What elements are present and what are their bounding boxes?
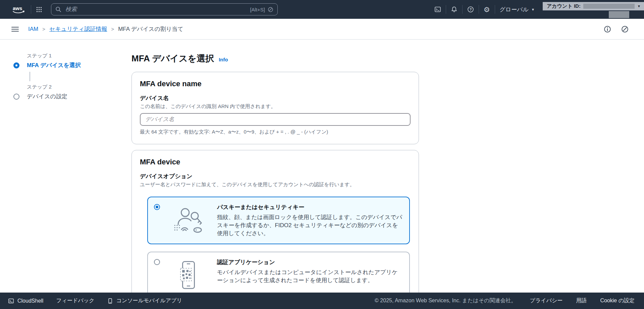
device-name-constraint-text: 最大 64 文字です。有効な文字: A〜Z、a〜z、0〜9、および + = , … — [140, 129, 411, 135]
device-type-card: MFA device デバイスオプション ユーザー名とパスワードに加えて、このデ… — [131, 150, 419, 293]
footer-privacy-label: プライバシー — [530, 297, 563, 304]
settings-button[interactable]: ⚙ — [479, 0, 495, 19]
console-footer: CloudShell フィードバック コンソールモバイルアプリ © 2025, … — [0, 293, 644, 309]
step-1-active-radio-icon — [13, 62, 19, 68]
apps-grid-icon — [36, 6, 42, 13]
chevron-down-icon: ▼ — [531, 8, 535, 11]
option-tile-passkey[interactable]: パスキーまたはセキュリティキー 指紋、顔、または画面ロックを使用して認証します。… — [147, 197, 410, 244]
search-input[interactable] — [65, 6, 247, 13]
side-navigation-toggle[interactable] — [11, 27, 19, 32]
main-content: ステップ 1 MFA デバイスを選択 ステップ 2 デバイスの設定 MFA デバ… — [0, 40, 644, 293]
breadcrumb-link-iam[interactable]: IAM — [28, 26, 38, 33]
nav-utilities: ? ⚙ グローバル ▼ — [430, 0, 539, 19]
page-title-row: MFA デバイスを選択 Info — [131, 53, 419, 64]
help-button[interactable]: ? — [463, 0, 479, 19]
info-panel-button[interactable] — [604, 25, 611, 33]
device-options-description: ユーザー名とパスワードに加えて、このデバイスを使用してアカウントへの認証を行いま… — [140, 182, 411, 188]
wizard-step-1[interactable]: ステップ 1 MFA デバイスを選択 — [13, 53, 131, 69]
breadcrumb-link-security-credentials[interactable]: セキュリティ認証情報 — [49, 25, 107, 33]
mobile-phone-icon — [107, 298, 113, 304]
breadcrumb-current: MFA デバイスの割り当て — [118, 25, 183, 33]
passkey-radio[interactable] — [154, 204, 160, 210]
breadcrumb-bar: IAM > セキュリティ認証情報 > MFA デバイスの割り当て — [0, 19, 644, 40]
footer-mobile-app-link[interactable]: コンソールモバイルアプリ — [107, 297, 182, 304]
passkey-tile-title: パスキーまたはセキュリティキー — [217, 203, 403, 211]
device-name-field-label: デバイス名 — [140, 94, 411, 102]
footer-feedback-label: フィードバック — [56, 297, 94, 304]
device-type-card-title: MFA device — [140, 158, 411, 166]
step-connector-line — [30, 72, 30, 81]
footer-feedback-link[interactable]: フィードバック — [56, 297, 94, 304]
cloudshell-button[interactable] — [430, 0, 446, 19]
aws-console-page: aws [Alt+S] — [0, 0, 644, 309]
info-icon — [604, 25, 611, 33]
global-search[interactable]: [Alt+S] — [51, 3, 278, 15]
shortcuts-panel-button[interactable] — [621, 25, 629, 33]
wizard-steps-nav: ステップ 1 MFA デバイスを選択 ステップ 2 デバイスの設定 — [0, 53, 131, 293]
footer-cloudshell-button[interactable]: CloudShell — [8, 298, 43, 304]
svg-text:aws: aws — [13, 5, 22, 11]
footer-terms-label: 用語 — [576, 297, 587, 304]
footer-copyright: © 2025, Amazon Web Services, Inc. またはその関… — [375, 297, 516, 304]
passkey-tile-body: パスキーまたはセキュリティキー 指紋、顔、または画面ロックを使用して認証します。… — [217, 203, 403, 238]
aws-logo-icon: aws — [11, 4, 26, 14]
device-name-input[interactable] — [140, 113, 411, 126]
footer-cookie-settings-link[interactable]: Cookie の設定 — [600, 297, 635, 304]
breadcrumb: IAM > セキュリティ認証情報 > MFA デバイスの割り当て — [28, 25, 183, 33]
step-2-eyebrow: ステップ 2 — [27, 84, 131, 90]
footer-cloudshell-label: CloudShell — [17, 298, 43, 304]
region-label: グローバル — [500, 6, 529, 13]
account-menu-button[interactable]: アカウント ID: ▼ — [543, 2, 644, 10]
footer-privacy-link[interactable]: プライバシー — [530, 297, 563, 304]
terminal-icon — [8, 298, 14, 304]
step-2-inactive-radio-icon — [13, 94, 19, 100]
step-1-eyebrow: ステップ 1 — [27, 53, 131, 59]
aws-logo[interactable]: aws — [6, 0, 31, 19]
account-id-label: アカウント ID: — [547, 3, 581, 9]
chevron-down-icon: ▼ — [637, 4, 641, 8]
footer-mobile-app-label: コンソールモバイルアプリ — [116, 297, 182, 304]
info-link[interactable]: Info — [219, 57, 228, 62]
keyboard-shortcut-icon — [268, 7, 273, 12]
step-2-label: デバイスの設定 — [27, 93, 131, 100]
notifications-button[interactable] — [446, 0, 462, 19]
device-name-card-title: MFA device name — [140, 80, 411, 88]
footer-cookie-settings-label: Cookie の設定 — [600, 297, 635, 304]
redacted-user-name — [609, 11, 629, 18]
option-tile-authenticator-app[interactable]: 認証アプリケーション モバイルデバイスまたはコンピュータにインストールされたアプ… — [147, 252, 410, 293]
device-option-tiles: パスキーまたはセキュリティキー 指紋、顔、または画面ロックを使用して認証します。… — [147, 197, 411, 293]
region-selector[interactable]: グローバル ▼ — [495, 0, 540, 19]
breadcrumb-utilities — [604, 25, 629, 33]
device-name-card: MFA device name デバイス名 この名前は、このデバイスの識別 AR… — [131, 72, 419, 144]
authenticator-app-illustration-icon — [160, 258, 217, 293]
search-shortcut: [Alt+S] — [250, 7, 273, 12]
wizard-step-2: ステップ 2 デバイスの設定 — [13, 84, 131, 100]
authenticator-tile-title: 認証アプリケーション — [217, 258, 403, 266]
footer-legal: © 2025, Amazon Web Services, Inc. またはその関… — [375, 297, 635, 304]
terminal-icon — [434, 6, 441, 13]
step-1-label[interactable]: MFA デバイスを選択 — [27, 61, 131, 69]
search-icon — [55, 6, 61, 12]
breadcrumb-separator: > — [42, 26, 45, 32]
svg-text:?: ? — [469, 7, 472, 11]
question-icon: ? — [467, 6, 474, 13]
services-menu-button[interactable] — [31, 0, 47, 19]
authenticator-app-radio[interactable] — [154, 259, 160, 265]
wizard-main-column: MFA デバイスを選択 Info MFA device name デバイス名 こ… — [131, 53, 419, 293]
page-title: MFA デバイスを選択 — [131, 53, 214, 64]
authenticator-tile-body: 認証アプリケーション モバイルデバイスまたはコンピュータにインストールされたアプ… — [217, 258, 403, 293]
authenticator-tile-description: モバイルデバイスまたはコンピュータにインストールされたアプリケーションによって生… — [217, 268, 403, 285]
breadcrumb-separator: > — [111, 26, 114, 32]
passkey-illustration-icon — [160, 203, 217, 238]
gear-icon: ⚙ — [484, 6, 490, 13]
bell-icon — [451, 6, 458, 13]
circle-slash-icon — [621, 25, 629, 33]
redacted-account-id — [583, 4, 635, 9]
passkey-tile-description: 指紋、顔、または画面ロックを使用して認証します。このデバイスでパスキーを作成する… — [217, 213, 403, 238]
device-name-field-description: この名前は、このデバイスの識別 ARN 内で使用されます。 — [140, 103, 411, 110]
device-options-label: デバイスオプション — [140, 172, 411, 180]
footer-terms-link[interactable]: 用語 — [576, 297, 587, 304]
